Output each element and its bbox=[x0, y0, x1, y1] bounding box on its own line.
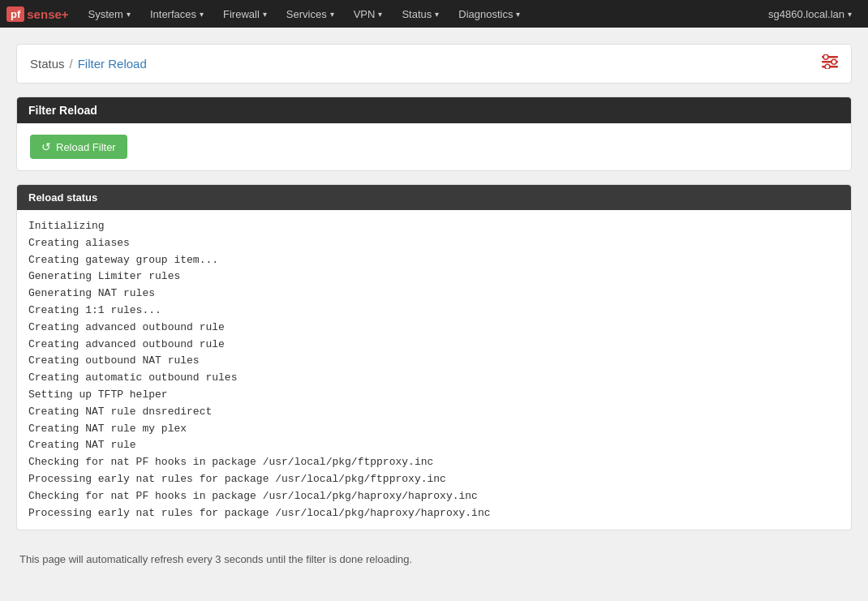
breadcrumb-current: Filter Reload bbox=[78, 57, 147, 71]
navbar: pf sense+ System ▾ Interfaces ▾ Firewall… bbox=[0, 0, 868, 28]
reload-filter-button[interactable]: ↺ Reload Filter bbox=[30, 135, 127, 159]
filter-reload-panel-body: ↺ Reload Filter bbox=[17, 123, 851, 170]
chevron-down-icon: ▾ bbox=[848, 10, 852, 19]
nav-diagnostics[interactable]: Diagnostics ▾ bbox=[449, 0, 530, 28]
chevron-down-icon: ▾ bbox=[435, 10, 439, 19]
svg-point-4 bbox=[831, 59, 836, 64]
log-line: Creating aliases bbox=[28, 235, 840, 252]
log-line: Checking for nat PF hooks in package /us… bbox=[28, 488, 840, 505]
logo-sense: sense+ bbox=[27, 7, 68, 21]
log-line: Checking for nat PF hooks in package /us… bbox=[28, 454, 840, 471]
reload-status-panel: Reload status InitializingCreating alias… bbox=[16, 184, 852, 530]
log-line: Creating gateway group item... bbox=[28, 252, 840, 269]
log-line: Creating advanced outbound rule bbox=[28, 337, 840, 354]
chevron-down-icon: ▾ bbox=[330, 10, 334, 19]
reload-icon: ↺ bbox=[41, 140, 51, 153]
svg-point-3 bbox=[823, 54, 828, 59]
log-line: Setting up TFTP helper bbox=[28, 387, 840, 404]
filter-reload-panel-title: Filter Reload bbox=[17, 97, 851, 123]
nav-hostname[interactable]: sg4860.local.lan ▾ bbox=[758, 0, 862, 28]
reload-status-title: Reload status bbox=[17, 185, 851, 210]
settings-icon[interactable] bbox=[822, 54, 838, 73]
log-line: Processing early nat rules for package /… bbox=[28, 505, 840, 522]
brand[interactable]: pf sense+ bbox=[6, 6, 69, 22]
log-line: Creating automatic outbound rules bbox=[28, 370, 840, 387]
chevron-down-icon: ▾ bbox=[127, 10, 131, 19]
log-line: Creating NAT rule dnsredirect bbox=[28, 404, 840, 421]
filter-reload-panel: Filter Reload ↺ Reload Filter bbox=[16, 97, 852, 171]
nav-interfaces[interactable]: Interfaces ▾ bbox=[140, 0, 213, 28]
auto-refresh-note: This page will automatically refresh eve… bbox=[16, 543, 852, 575]
log-line: Generating Limiter rules bbox=[28, 268, 840, 285]
chevron-down-icon: ▾ bbox=[516, 10, 520, 19]
reload-filter-label: Reload Filter bbox=[56, 141, 116, 153]
log-line: Creating NAT rule my plex bbox=[28, 421, 840, 438]
log-line: Initializing bbox=[28, 218, 840, 235]
nav-vpn[interactable]: VPN ▾ bbox=[344, 0, 393, 28]
logo-pf: pf bbox=[6, 6, 24, 22]
nav-status[interactable]: Status ▾ bbox=[392, 0, 449, 28]
chevron-down-icon: ▾ bbox=[378, 10, 382, 19]
log-line: Creating NAT rule bbox=[28, 437, 840, 454]
breadcrumb-parent: Status bbox=[30, 57, 65, 71]
log-line: Generating NAT rules bbox=[28, 285, 840, 303]
nav-system[interactable]: System ▾ bbox=[79, 0, 140, 28]
log-line: Creating outbound NAT rules bbox=[28, 353, 840, 370]
log-line: Processing early nat rules for package /… bbox=[28, 471, 840, 488]
breadcrumb-bar: Status / Filter Reload bbox=[16, 44, 852, 84]
log-line: Creating advanced outbound rule bbox=[28, 320, 840, 337]
chevron-down-icon: ▾ bbox=[200, 10, 204, 19]
page-wrapper: Status / Filter Reload Filter Reload ↺ R… bbox=[0, 28, 868, 591]
svg-point-5 bbox=[825, 64, 830, 69]
log-line: Creating 1:1 rules... bbox=[28, 303, 840, 320]
chevron-down-icon: ▾ bbox=[263, 10, 267, 19]
breadcrumb: Status / Filter Reload bbox=[30, 57, 147, 71]
status-log: InitializingCreating aliasesCreating gat… bbox=[17, 210, 851, 530]
nav-services[interactable]: Services ▾ bbox=[277, 0, 344, 28]
breadcrumb-separator: / bbox=[70, 57, 73, 71]
nav-firewall[interactable]: Firewall ▾ bbox=[213, 0, 277, 28]
